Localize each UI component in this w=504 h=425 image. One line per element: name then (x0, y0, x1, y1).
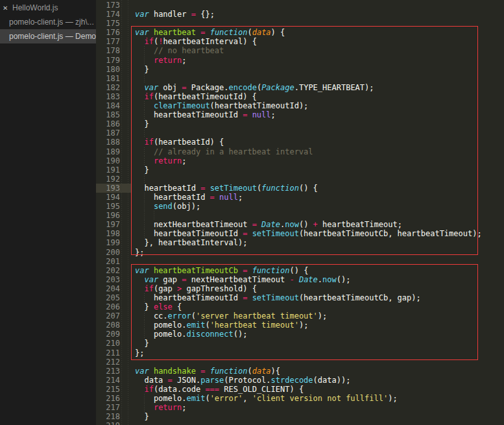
code-line[interactable]: 190 return; (96, 156, 504, 165)
code-text[interactable]: }; (131, 248, 144, 257)
code-line[interactable]: 175 (96, 19, 504, 28)
code-text[interactable] (131, 421, 135, 425)
code-line[interactable]: 188 if(heartbeatId) { (96, 138, 504, 147)
code-text[interactable]: pomelo.emit('heartbeat timeout'); (131, 321, 308, 330)
code-text[interactable] (131, 1, 135, 10)
code-text[interactable]: if(heartbeatTimeoutId) { (131, 92, 257, 101)
code-text[interactable]: var gap = nextHeartbeatTimeout - Date.no… (131, 275, 350, 284)
code-text[interactable]: } else { (131, 302, 182, 311)
code-line[interactable]: 199 }, heartbeatInterval); (96, 238, 504, 247)
code-text[interactable]: pomelo.disconnect(); (131, 330, 247, 339)
code-line[interactable]: 191 } (96, 165, 504, 175)
code-text[interactable]: pomelo.emit('error', 'client version not… (131, 394, 398, 403)
code-line[interactable]: 183 if(heartbeatTimeoutId) { (96, 92, 504, 101)
code-text[interactable] (131, 211, 135, 220)
code-line[interactable]: 209 pomelo.disconnect(); (96, 330, 504, 339)
code-text[interactable]: } (131, 339, 149, 348)
code-line[interactable]: 184 clearTimeout(heartbeatTimeoutId); (96, 101, 504, 110)
code-text[interactable]: var handshake = function(data){ (131, 367, 280, 376)
code-line[interactable]: 202var heartbeatTimeoutCb = function() { (96, 266, 504, 275)
code-text[interactable] (131, 128, 135, 138)
code-line[interactable]: 173 (96, 1, 504, 10)
code-line[interactable]: 201 (96, 257, 504, 266)
code-line[interactable]: 215 if(data.code === RES_OLD_CLIENT) { (96, 385, 504, 394)
code-text[interactable]: } (131, 65, 149, 74)
code-line[interactable]: 198 heartbeatTimeoutId = setTimeout(hear… (96, 229, 504, 238)
code-text[interactable]: var heartbeat = function(data) { (131, 28, 285, 37)
code-text[interactable]: } (131, 119, 149, 128)
code-line[interactable]: 181 (96, 74, 504, 83)
code-line[interactable]: 211}; (96, 348, 504, 358)
code-line[interactable]: 180 } (96, 65, 504, 74)
code-line[interactable]: 212 (96, 358, 504, 367)
code-line[interactable]: 194 heartbeatId = null; (96, 193, 504, 202)
code-text[interactable]: heartbeatTimeoutId = null; (131, 110, 276, 119)
code-text[interactable]: return; (131, 403, 187, 412)
code-text[interactable]: } (131, 165, 149, 175)
code-text[interactable] (131, 74, 135, 83)
code-text[interactable]: var obj = Package.encode(Package.TYPE_HE… (131, 83, 374, 92)
code-text[interactable] (131, 175, 135, 184)
code-text[interactable]: if(heartbeatId) { (131, 138, 224, 147)
code-text[interactable]: return; (131, 56, 187, 65)
sidebar-item[interactable]: pomelo-client.js — zjh\... (0, 15, 96, 29)
code-line[interactable]: 213var handshake = function(data){ (96, 367, 504, 376)
code-line[interactable]: 203 var gap = nextHeartbeatTimeout - Dat… (96, 275, 504, 284)
code-line[interactable]: 195 send(obj); (96, 202, 504, 211)
code-line[interactable]: 197 nextHeartbeatTimeout = Date.now() + … (96, 220, 504, 229)
code-text[interactable]: } (131, 412, 149, 421)
code-line[interactable]: 200}; (96, 248, 504, 257)
code-text[interactable]: var heartbeatTimeoutCb = function() { (131, 266, 308, 275)
code-line[interactable]: 192 (96, 175, 504, 184)
code-text[interactable]: heartbeatId = setTimeout(function() { (131, 184, 318, 193)
sidebar-item[interactable]: pomelo-client.js — Demo (0, 29, 96, 43)
code-text[interactable]: if(!heartbeatInterval) { (131, 37, 257, 46)
code-line[interactable]: 178 // no heartbeat (96, 46, 504, 55)
code-line[interactable]: 189 // already in a heartbeat interval (96, 147, 504, 156)
code-line[interactable]: 208 pomelo.emit('heartbeat timeout'); (96, 321, 504, 330)
code-line[interactable]: 196 (96, 211, 504, 220)
code-text[interactable]: send(obj); (131, 202, 200, 211)
code-editor[interactable]: 173174var handler = {};175176var heartbe… (96, 0, 504, 425)
code-line[interactable]: 176var heartbeat = function(data) { (96, 28, 504, 37)
code-line[interactable]: 185 heartbeatTimeoutId = null; (96, 110, 504, 119)
code-line[interactable]: 177 if(!heartbeatInterval) { (96, 37, 504, 46)
code-text[interactable]: data = JSON.parse(Protocol.strdecode(dat… (131, 376, 350, 385)
code-text[interactable]: }, heartbeatInterval); (131, 238, 247, 247)
code-line[interactable]: 204 if(gap > gapThreshold) { (96, 284, 504, 293)
code-text[interactable]: cc.error('server heartbeat timeout'); (131, 311, 327, 321)
code-line[interactable]: 210 } (96, 339, 504, 348)
code-line[interactable]: 205 heartbeatTimeoutId = setTimeout(hear… (96, 293, 504, 302)
code-line[interactable]: 186 } (96, 119, 504, 128)
code-line[interactable]: 182 var obj = Package.encode(Package.TYP… (96, 83, 504, 92)
code-text[interactable]: heartbeatId = null; (131, 193, 243, 202)
code-text[interactable]: return; (131, 156, 187, 165)
code-text[interactable] (131, 257, 135, 266)
code-text[interactable]: if(data.code === RES_OLD_CLIENT) { (131, 385, 304, 394)
code-line[interactable]: 207 cc.error('server heartbeat timeout')… (96, 311, 504, 321)
sidebar-item[interactable]: ✕HelloWorld.js (0, 1, 96, 15)
code-text[interactable]: nextHeartbeatTimeout = Date.now() + hear… (131, 220, 402, 229)
line-number: 175 (96, 19, 131, 28)
code-line[interactable]: 193 heartbeatId = setTimeout(function() … (96, 184, 504, 193)
code-line[interactable]: 187 (96, 128, 504, 138)
code-text[interactable]: var handler = {}; (131, 10, 215, 19)
code-text[interactable]: clearTimeout(heartbeatTimeoutId); (131, 101, 308, 110)
close-icon[interactable]: ✕ (3, 1, 12, 15)
code-line[interactable]: 214 data = JSON.parse(Protocol.strdecode… (96, 376, 504, 385)
code-text[interactable]: // no heartbeat (131, 46, 224, 55)
code-line[interactable]: 217 return; (96, 403, 504, 412)
code-line[interactable]: 206 } else { (96, 302, 504, 311)
code-text[interactable]: // already in a heartbeat interval (131, 147, 313, 156)
code-line[interactable]: 179 return; (96, 56, 504, 65)
code-text[interactable]: }; (131, 348, 144, 358)
code-text[interactable]: heartbeatTimeoutId = setTimeout(heartbea… (131, 229, 482, 238)
code-text[interactable]: if(gap > gapThreshold) { (131, 284, 257, 293)
code-line[interactable]: 218 } (96, 412, 504, 421)
code-text[interactable] (131, 19, 135, 28)
code-line[interactable]: 219 (96, 421, 504, 425)
code-line[interactable]: 174var handler = {}; (96, 10, 504, 19)
code-line[interactable]: 216 pomelo.emit('error', 'client version… (96, 394, 504, 403)
code-text[interactable] (131, 358, 135, 367)
code-text[interactable]: heartbeatTimeoutId = setTimeout(heartbea… (131, 293, 421, 302)
